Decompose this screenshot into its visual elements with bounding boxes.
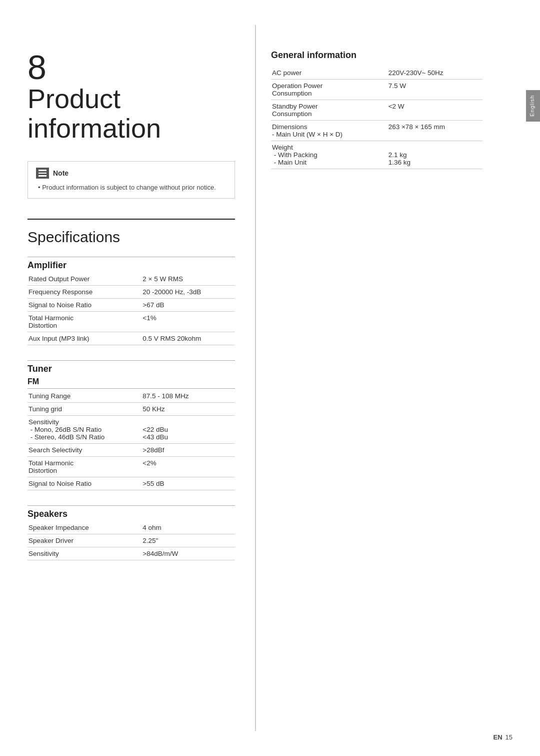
table-row: Search Selectivity >28dBf (28, 444, 235, 457)
general-title: General information (271, 50, 482, 64)
speakers-title: Speakers (28, 509, 235, 519)
table-row: Dimensions- Main Unit (W × H × D) 263 ×7… (271, 121, 482, 141)
amplifier-table: Rated Output Power 2 × 5 W RMS Frequency… (28, 273, 235, 345)
fm-title: FM (28, 377, 235, 389)
table-row: Speaker Driver 2.25" (28, 534, 235, 547)
amplifier-title: Amplifier (28, 260, 235, 271)
general-section: General information AC power 220V-230V~ … (271, 50, 482, 169)
table-row: Signal to Noise Ratio >67 dB (28, 299, 235, 312)
table-row: Speaker Impedance 4 ohm (28, 521, 235, 534)
footer-page-number: 15 (506, 733, 512, 741)
note-label: Note (53, 169, 68, 177)
amplifier-section: Amplifier Rated Output Power 2 × 5 W RMS… (28, 257, 235, 345)
specifications-title: Specifications (28, 229, 235, 246)
table-row: Rated Output Power 2 × 5 W RMS (28, 273, 235, 286)
chapter-title: Productinformation (28, 84, 235, 144)
tuner-section: Tuner FM Tuning Range 87.5 - 108 MHz Tun… (28, 360, 235, 490)
main-divider (28, 219, 235, 220)
note-text: • Product information is subject to chan… (36, 183, 226, 193)
amplifier-divider (28, 257, 235, 257)
footer-en-label: EN (493, 733, 502, 741)
note-box: Note • Product information is subject to… (28, 161, 235, 199)
tuner-title: Tuner (28, 364, 235, 374)
table-row: Aux Input (MP3 link) 0.5 V RMS 20kohm (28, 332, 235, 345)
table-row: Weight - With Packing - Main Unit 2.1 kg… (271, 141, 482, 169)
table-row: Sensitivity - Mono, 26dB S/N Ratio - Ste… (28, 416, 235, 444)
table-row: Standby PowerConsumption <2 W (271, 100, 482, 121)
chapter-number: 8 (28, 50, 235, 84)
table-row: Signal to Noise Ratio >55 dB (28, 477, 235, 490)
fm-table: Tuning Range 87.5 - 108 MHz Tuning grid … (28, 390, 235, 490)
speakers-table: Speaker Impedance 4 ohm Speaker Driver 2… (28, 521, 235, 560)
speakers-section: Speakers Speaker Impedance 4 ohm Speaker… (28, 505, 235, 560)
table-row: Sensitivity >84dB/m/W (28, 547, 235, 560)
table-row: Frequency Response 20 -20000 Hz, -3dB (28, 286, 235, 299)
table-row: Total HarmonicDistortion <2% (28, 457, 235, 477)
table-row: Operation PowerConsumption 7.5 W (271, 80, 482, 100)
side-tab-english: English (526, 90, 540, 122)
table-row: Tuning Range 87.5 - 108 MHz (28, 390, 235, 403)
note-icon (36, 168, 49, 179)
table-row: AC power 220V-230V~ 50Hz (271, 67, 482, 80)
speakers-divider (28, 505, 235, 506)
general-table: AC power 220V-230V~ 50Hz Operation Power… (271, 67, 482, 169)
table-row: Total HarmonicDistortion <1% (28, 312, 235, 332)
tuner-divider (28, 360, 235, 361)
page-footer: EN 15 (493, 733, 512, 741)
table-row: Tuning grid 50 KHz (28, 403, 235, 416)
